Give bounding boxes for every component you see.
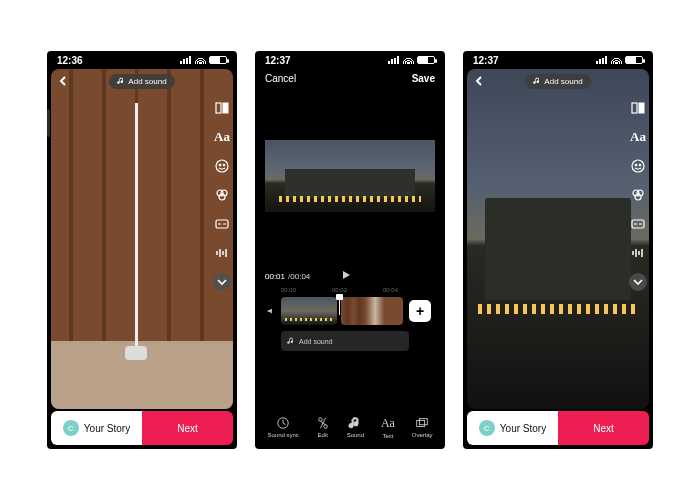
tab-sound[interactable]: Sound bbox=[347, 416, 364, 438]
your-story-button[interactable]: C Your Story bbox=[51, 411, 142, 445]
tab-text[interactable]: Aa Text bbox=[381, 416, 395, 439]
cellular-icon bbox=[596, 56, 608, 64]
status-bar: 12:36 bbox=[47, 51, 237, 69]
text-tool-icon[interactable]: Aa bbox=[629, 128, 647, 146]
add-sound-pill[interactable]: Add sound bbox=[525, 74, 590, 89]
status-time: 12:36 bbox=[57, 55, 83, 66]
transport-bar: 00:01/00:04 bbox=[265, 269, 435, 283]
your-story-label: Your Story bbox=[84, 423, 130, 434]
add-clip-button[interactable]: + bbox=[409, 300, 431, 322]
next-label: Next bbox=[593, 423, 614, 434]
svg-rect-10 bbox=[417, 420, 425, 426]
audio-edit-icon[interactable] bbox=[629, 244, 647, 262]
cancel-button[interactable]: Cancel bbox=[265, 73, 296, 84]
track-volume-button[interactable] bbox=[265, 306, 277, 316]
back-button[interactable] bbox=[471, 73, 487, 89]
battery-icon bbox=[625, 56, 643, 64]
cellular-icon bbox=[180, 56, 192, 64]
svg-point-16 bbox=[639, 164, 641, 166]
expand-tools-button[interactable] bbox=[629, 273, 647, 291]
tab-overlay[interactable]: Overlay bbox=[412, 416, 433, 438]
text-tool-icon[interactable]: Aa bbox=[213, 128, 231, 146]
fullscreen-button[interactable] bbox=[423, 269, 435, 283]
battery-icon bbox=[417, 56, 435, 64]
editor-tabs: Sound sync Edit Sound Aa Text Overlay bbox=[259, 409, 441, 445]
your-story-label: Your Story bbox=[500, 423, 546, 434]
battery-icon bbox=[209, 56, 227, 64]
wifi-icon bbox=[195, 56, 206, 64]
stickers-icon[interactable] bbox=[629, 157, 647, 175]
your-story-button[interactable]: C Your Story bbox=[467, 411, 558, 445]
clip-2[interactable] bbox=[341, 297, 403, 325]
svg-rect-1 bbox=[223, 103, 228, 113]
clip-1[interactable] bbox=[281, 297, 337, 325]
status-time: 12:37 bbox=[265, 55, 291, 66]
music-note-icon bbox=[533, 77, 541, 85]
svg-rect-8 bbox=[216, 220, 228, 228]
undo-button[interactable] bbox=[381, 269, 393, 283]
bottom-bar: C Your Story Next bbox=[467, 411, 649, 445]
screen-preview-1: 12:36 Add sound Aa C Your Story bbox=[47, 51, 237, 449]
right-toolbar: Aa bbox=[629, 99, 647, 291]
stickers-icon[interactable] bbox=[213, 157, 231, 175]
flip-icon[interactable] bbox=[213, 99, 231, 117]
tab-sound-sync[interactable]: Sound sync bbox=[267, 416, 298, 438]
status-indicators bbox=[596, 56, 643, 64]
captions-icon[interactable] bbox=[629, 215, 647, 233]
add-sound-label: Add sound bbox=[128, 77, 166, 86]
bottom-bar: C Your Story Next bbox=[51, 411, 233, 445]
video-preview[interactable] bbox=[51, 69, 233, 409]
play-button[interactable] bbox=[340, 269, 352, 283]
save-button[interactable]: Save bbox=[412, 73, 435, 84]
next-button[interactable]: Next bbox=[558, 411, 649, 445]
time-readout: 00:01/00:04 bbox=[265, 272, 310, 281]
top-nav: Add sound bbox=[55, 73, 229, 89]
status-time: 12:37 bbox=[473, 55, 499, 66]
timeline-ticks: 00:00 00:02 00:04 bbox=[265, 287, 435, 293]
music-note-icon bbox=[287, 337, 295, 345]
captions-icon[interactable] bbox=[213, 215, 231, 233]
cellular-icon bbox=[388, 56, 400, 64]
right-toolbar: Aa bbox=[213, 99, 231, 291]
effects-icon[interactable] bbox=[629, 186, 647, 204]
svg-point-4 bbox=[223, 164, 225, 166]
wifi-icon bbox=[403, 56, 414, 64]
preview-content bbox=[135, 103, 138, 348]
playhead[interactable] bbox=[339, 297, 340, 315]
add-sound-row[interactable]: Add sound bbox=[281, 331, 409, 351]
svg-rect-12 bbox=[632, 103, 637, 113]
timeline-area: 00:01/00:04 00:00 00:02 00:04 bbox=[265, 269, 435, 409]
avatar: C bbox=[63, 420, 79, 436]
screen-preview-2: 12:37 Add sound Aa C Your Story bbox=[463, 51, 653, 449]
expand-tools-button[interactable] bbox=[213, 273, 231, 291]
svg-rect-11 bbox=[420, 419, 428, 425]
add-sound-label: Add sound bbox=[544, 77, 582, 86]
top-nav: Add sound bbox=[471, 73, 645, 89]
clip-track: + bbox=[265, 297, 435, 325]
svg-point-15 bbox=[635, 164, 637, 166]
redo-button[interactable] bbox=[402, 269, 414, 283]
svg-rect-20 bbox=[632, 220, 644, 228]
status-indicators bbox=[180, 56, 227, 64]
status-indicators bbox=[388, 56, 435, 64]
screen-editor: 12:37 Cancel Save 00:01/00:04 bbox=[255, 51, 445, 449]
effects-icon[interactable] bbox=[213, 186, 231, 204]
flip-icon[interactable] bbox=[629, 99, 647, 117]
svg-point-14 bbox=[632, 160, 644, 172]
audio-edit-icon[interactable] bbox=[213, 244, 231, 262]
tab-edit[interactable]: Edit bbox=[316, 416, 330, 438]
back-button[interactable] bbox=[55, 73, 71, 89]
music-note-icon bbox=[117, 77, 125, 85]
editor-header: Cancel Save bbox=[265, 73, 435, 84]
volume-rocker bbox=[47, 109, 50, 137]
svg-rect-0 bbox=[216, 103, 221, 113]
preview-frame bbox=[265, 140, 435, 212]
editor-viewport[interactable] bbox=[265, 91, 435, 261]
add-sound-pill[interactable]: Add sound bbox=[109, 74, 174, 89]
svg-point-2 bbox=[216, 160, 228, 172]
status-bar: 12:37 bbox=[463, 51, 653, 69]
svg-point-3 bbox=[219, 164, 221, 166]
video-preview[interactable] bbox=[467, 69, 649, 409]
status-bar: 12:37 bbox=[255, 51, 445, 69]
next-button[interactable]: Next bbox=[142, 411, 233, 445]
